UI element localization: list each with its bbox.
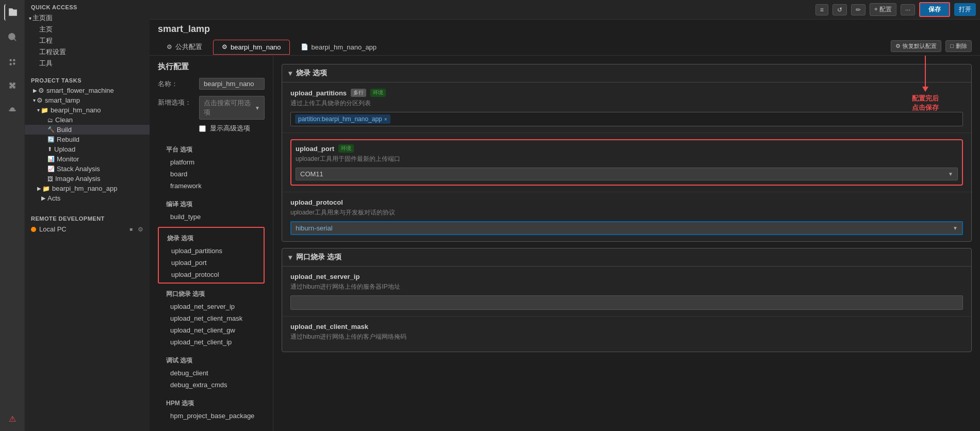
upload-protocol-input-container: hiburn-serial ▼	[290, 221, 963, 235]
sidebar-item-project[interactable]: 工程	[25, 35, 150, 46]
sidebar-item-upload[interactable]: ⬆ Upload	[25, 144, 150, 154]
burn-section-header[interactable]: ▾ 烧录 选项	[282, 64, 971, 82]
options-net-ip[interactable]: upload_net_client_ip	[158, 336, 265, 348]
hpm-section-title: HPM 选项	[158, 395, 265, 410]
tab-public-config[interactable]: ⚙ 公共配置	[158, 39, 211, 55]
sidebar-main-label: 主页面	[32, 13, 53, 23]
tag-close-icon[interactable]: ×	[384, 117, 387, 122]
upload-protocol-item: upload_protocol uploader工具用来与开发板对话的协议 hi…	[282, 192, 971, 241]
restore-config-btn[interactable]: ⚙ 恢复默认配置	[891, 40, 941, 52]
explorer-icon[interactable]	[4, 4, 21, 21]
remote-dev-header: REMOTE DEVELOPMENT	[25, 211, 150, 224]
sidebar-item-tools[interactable]: 工具	[25, 58, 150, 69]
sidebar-item-bearpi-app[interactable]: ▶ 📁 bearpi_hm_nano_app	[25, 184, 150, 193]
search-icon[interactable]	[4, 29, 21, 45]
upload-port-badge: 环境	[338, 144, 354, 153]
smart-lamp-label: smart_lamp	[45, 96, 80, 104]
delete-config-btn[interactable]: □ 删除	[945, 40, 972, 52]
options-platform[interactable]: platform	[158, 156, 265, 168]
network-burn-section-header[interactable]: ▾ 网口烧录 选项	[282, 248, 971, 267]
sidebar-item-flower[interactable]: ▶ ⚙ smart_flower_machine	[25, 86, 150, 95]
options-board[interactable]: board	[158, 168, 265, 180]
options-framework[interactable]: framework	[158, 180, 265, 192]
sidebar-item-image[interactable]: 🖼 Image Analysis	[25, 174, 150, 184]
more-btn[interactable]: ···	[901, 4, 915, 15]
add-options-input[interactable]: 点击搜索可用选项 ▼	[199, 96, 265, 120]
sidebar-item-smart-lamp[interactable]: ▾ ⚙ smart_lamp	[25, 95, 150, 105]
options-hpm-package[interactable]: hpm_project_base_package	[158, 410, 265, 422]
bearpi-app-arrow: ▶	[37, 186, 41, 191]
name-row: 名称：	[158, 78, 265, 90]
upload-partitions-tags[interactable]: partition:bearpi_hm_nano_app ×	[290, 112, 963, 126]
tab-bearpi-app[interactable]: 📄 bearpi_hm_nano_app	[292, 40, 386, 55]
name-input[interactable]	[199, 78, 265, 90]
delete-label: 删除	[956, 42, 967, 50]
upload-net-server-input[interactable]	[290, 295, 963, 310]
debug-icon[interactable]	[4, 103, 21, 120]
burn-options-section: ▾ 烧录 选项 upload_partitions 多行 环境 通过上传工具烧录…	[282, 64, 972, 242]
upload-protocol-dropdown-arrow[interactable]: ▼	[953, 225, 958, 231]
tab-public-config-label: 公共配置	[175, 42, 202, 52]
burn-section-chevron: ▾	[288, 69, 292, 77]
options-upload-protocol[interactable]: upload_protocol	[159, 269, 264, 280]
flower-arrow: ▶	[33, 88, 37, 93]
sidebar-item-build[interactable]: 🔨 Build	[25, 125, 150, 135]
upload-protocol-name: upload_protocol	[290, 198, 343, 206]
toolbar: ≡ ↺ ✏ + 配置 ··· 保存 打开	[150, 0, 980, 20]
menu-icon-btn[interactable]: ≡	[815, 4, 828, 15]
tabs-bar: ⚙ 公共配置 ⚙ bearpi_hm_nano 📄 bearpi_hm_nano…	[150, 37, 980, 56]
refresh-btn[interactable]: ↺	[832, 4, 847, 15]
options-upload-partitions[interactable]: upload_partitions	[159, 245, 264, 257]
open-button[interactable]: 打开	[954, 3, 976, 16]
sidebar-item-main-section[interactable]: ▾ 主页面	[25, 12, 150, 24]
upload-port-dropdown-arrow[interactable]: ▼	[948, 171, 953, 177]
sidebar-item-monitor[interactable]: 📊 Monitor	[25, 154, 150, 164]
add-options-placeholder: 点击搜索可用选项	[204, 98, 255, 117]
tab-bearpi[interactable]: ⚙ bearpi_hm_nano	[213, 40, 290, 55]
options-net-mask[interactable]: upload_net_client_mask	[158, 312, 265, 324]
sidebar-item-acts[interactable]: ▶ Acts	[25, 193, 150, 203]
network-burn-section-title: 网口烧录 选项	[158, 286, 265, 301]
add-options-label: 新增选项：	[158, 96, 199, 107]
sidebar-item-bearpi[interactable]: ▾ 📁 bearpi_hm_nano	[25, 105, 150, 115]
sidebar-item-rebuild[interactable]: 🔄 Rebuild	[25, 135, 150, 144]
show-advanced-row: 显示高级选项	[158, 124, 265, 133]
sidebar-item-stack[interactable]: 📈 Stack Analysis	[25, 164, 150, 174]
upload-port-input-container: COM11 ▼	[296, 168, 958, 180]
compile-section-title: 编译 选项	[158, 196, 265, 211]
save-button[interactable]: 保存	[919, 2, 950, 17]
add-config-btn[interactable]: + 配置	[870, 3, 896, 16]
bearpi-label: bearpi_hm_nano	[51, 106, 101, 114]
remote-settings-icon[interactable]: ⚙	[138, 226, 143, 233]
quick-access-header: QUICK ACCESS	[25, 0, 150, 12]
options-net-server[interactable]: upload_net_server_ip	[158, 301, 265, 312]
warning-icon[interactable]: ⚠	[4, 410, 21, 427]
network-burn-title: 网口烧录 选项	[296, 253, 341, 262]
content-area: 执行配置 名称： 新增选项： 点击搜索可用选项 ▼ 显示高级选项	[150, 56, 980, 431]
upload-net-server-name: upload_net_server_ip	[290, 273, 360, 280]
extensions-icon[interactable]	[4, 78, 21, 95]
upload-net-mask-name: upload_net_client_mask	[290, 323, 368, 330]
sidebar-item-project-settings[interactable]: 工程设置	[25, 46, 150, 58]
bearpi-app-tab-icon: 📄	[301, 43, 308, 51]
project-settings-label: 工程设置	[39, 47, 66, 57]
project-label: 工程	[39, 36, 53, 45]
source-control-icon[interactable]	[4, 54, 21, 70]
remote-stop-icon[interactable]: ■	[129, 226, 133, 232]
sidebar-item-home[interactable]: 主页	[25, 24, 150, 35]
options-debug-client[interactable]: debug_client	[158, 367, 265, 379]
options-debug-cmds[interactable]: debug_extra_cmds	[158, 379, 265, 391]
options-build-type[interactable]: build_type	[158, 211, 265, 223]
sidebar-item-clean[interactable]: 🗂 Clean	[25, 115, 150, 125]
flower-machine-label: smart_flower_machine	[46, 87, 114, 94]
edit-btn[interactable]: ✏	[851, 4, 865, 15]
upload-partitions-desc: 通过上传工具烧录的分区列表	[290, 99, 963, 108]
remote-dev-item[interactable]: Local PC ■ ⚙	[25, 224, 150, 235]
options-upload-port[interactable]: upload_port	[159, 257, 264, 269]
show-advanced-label: 显示高级选项	[210, 124, 250, 133]
home-label: 主页	[39, 25, 53, 34]
show-advanced-checkbox[interactable]	[199, 125, 206, 132]
activity-bar: ⚠	[0, 0, 25, 431]
monitor-label: Monitor	[57, 155, 79, 163]
options-net-gw[interactable]: upload_net_client_gw	[158, 324, 265, 336]
